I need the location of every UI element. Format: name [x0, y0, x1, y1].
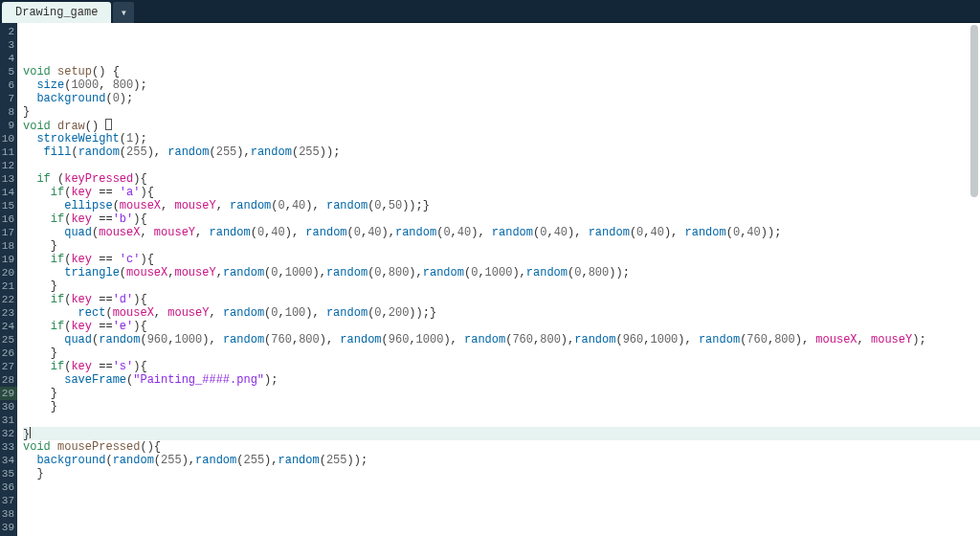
code-line[interactable]: }: [23, 346, 980, 360]
code-line[interactable]: }: [23, 239, 980, 253]
code-line[interactable]: void mousePressed(){: [23, 440, 980, 454]
line-number: 39: [0, 521, 17, 534]
line-number: 6: [0, 78, 17, 92]
vertical-scrollbar[interactable]: [970, 25, 978, 197]
line-number: 28: [0, 373, 17, 387]
line-number: 32: [0, 427, 17, 440]
line-number: 17: [0, 226, 17, 239]
line-number: 35: [0, 467, 17, 480]
code-line[interactable]: }: [23, 279, 980, 293]
code-line[interactable]: saveFrame("Painting_####.png");: [23, 373, 980, 387]
code-line[interactable]: ellipse(mouseX, mouseY, random(0,40), ra…: [23, 199, 980, 212]
code-line[interactable]: if (keyPressed){: [23, 172, 980, 186]
code-line[interactable]: void setup() {: [23, 65, 980, 78]
line-number: 27: [0, 360, 17, 373]
line-number: 34: [0, 454, 17, 467]
editor: 2345678910111213141516171819202122232425…: [0, 23, 980, 536]
code-line[interactable]: fill(random(255), random(255),random(255…: [23, 145, 980, 159]
code-line[interactable]: void draw(): [23, 119, 980, 132]
line-number: 18: [0, 239, 17, 253]
line-number: 25: [0, 333, 17, 346]
line-number: 31: [0, 413, 17, 427]
code-line[interactable]: [23, 413, 980, 427]
line-number: 26: [0, 346, 17, 360]
code-line[interactable]: [23, 507, 980, 521]
file-tab-label: Drawing_game: [15, 6, 98, 19]
line-number: 23: [0, 306, 17, 320]
line-number: 37: [0, 494, 17, 507]
line-number: 38: [0, 507, 17, 521]
line-number: 29: [0, 387, 17, 400]
text-caret: [30, 427, 31, 438]
code-line[interactable]: if(key =='d'){: [23, 293, 980, 306]
line-number: 9: [0, 119, 17, 132]
code-line[interactable]: background(0);: [23, 92, 980, 105]
file-tab[interactable]: Drawing_game: [2, 2, 111, 23]
line-number: 11: [0, 145, 17, 159]
line-number: 30: [0, 400, 17, 413]
tab-dropdown-button[interactable]: ▾: [113, 2, 134, 23]
code-area[interactable]: void setup() { size(1000, 800); backgrou…: [17, 23, 980, 536]
line-number: 24: [0, 320, 17, 333]
line-number-gutter: 2345678910111213141516171819202122232425…: [0, 23, 17, 536]
code-line[interactable]: if(key == 'a'){: [23, 186, 980, 199]
code-line[interactable]: size(1000, 800);: [23, 78, 980, 92]
code-line[interactable]: quad(random(960,1000), random(760,800), …: [23, 333, 980, 346]
code-line[interactable]: }: [23, 467, 980, 480]
code-line[interactable]: background(random(255),random(255),rando…: [23, 454, 980, 467]
code-line[interactable]: if(key =='b'){: [23, 212, 980, 226]
cursor-marker: [105, 119, 112, 130]
code-line[interactable]: }: [23, 105, 980, 119]
code-line[interactable]: [23, 480, 980, 494]
line-number: 20: [0, 266, 17, 279]
code-line[interactable]: }: [23, 387, 980, 400]
code-line[interactable]: [23, 494, 980, 507]
line-number: 3: [0, 38, 17, 52]
code-line[interactable]: }: [23, 400, 980, 413]
line-number: 4: [0, 52, 17, 65]
line-number: 22: [0, 293, 17, 306]
line-number: 7: [0, 92, 17, 105]
line-number: 33: [0, 440, 17, 454]
code-line[interactable]: if(key =='s'){: [23, 360, 980, 373]
code-line[interactable]: strokeWeight(1);: [23, 132, 980, 145]
line-number: 21: [0, 279, 17, 293]
line-number: 5: [0, 65, 17, 78]
code-line[interactable]: [23, 521, 980, 534]
code-line[interactable]: [23, 159, 980, 172]
line-number: 2: [0, 25, 17, 38]
chevron-down-icon: ▾: [121, 6, 127, 20]
code-line[interactable]: if(key =='e'){: [23, 320, 980, 333]
line-number: 36: [0, 480, 17, 494]
line-number: 14: [0, 186, 17, 199]
line-number: 16: [0, 212, 17, 226]
line-number: 13: [0, 172, 17, 186]
tab-bar: Drawing_game ▾: [0, 0, 980, 23]
line-number: 15: [0, 199, 17, 212]
code-line[interactable]: triangle(mouseX,mouseY,random(0,1000),ra…: [23, 266, 980, 279]
code-line[interactable]: rect(mouseX, mouseY, random(0,100), rand…: [23, 306, 980, 320]
code-line[interactable]: quad(mouseX, mouseY, random(0,40), rando…: [23, 226, 980, 239]
line-number: 12: [0, 159, 17, 172]
line-number: 10: [0, 132, 17, 145]
code-line[interactable]: if(key == 'c'){: [23, 253, 980, 266]
line-number: 19: [0, 253, 17, 266]
code-line[interactable]: }: [23, 427, 980, 440]
line-number: 8: [0, 105, 17, 119]
